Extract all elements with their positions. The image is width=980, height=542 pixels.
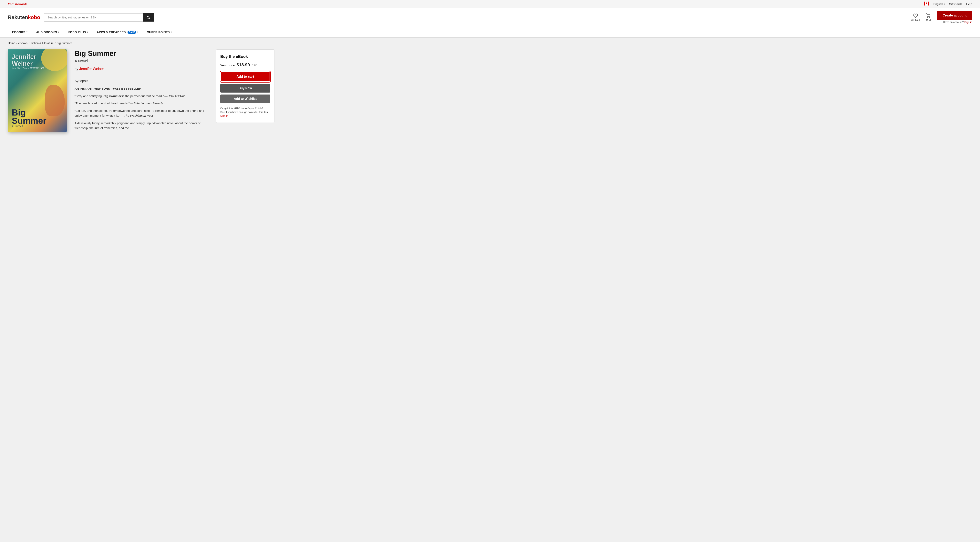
breadcrumb-sep-1: / bbox=[16, 41, 17, 45]
buy-now-button[interactable]: Buy Now bbox=[220, 84, 270, 92]
buy-panel-title: Buy the eBook bbox=[220, 54, 270, 59]
nav-item-audiobooks[interactable]: AUDIOBOOKS ▾ bbox=[32, 27, 64, 37]
search-bar bbox=[44, 13, 154, 22]
logo-rakuten: Rakuten bbox=[8, 14, 28, 20]
sale-badge: SALE bbox=[127, 30, 136, 34]
synopsis-p1: AN INSTANT NEW YORK TIMES BESTSELLER bbox=[75, 86, 208, 91]
svg-rect-1 bbox=[924, 2, 925, 5]
ebooks-chevron-icon: ▾ bbox=[26, 31, 27, 33]
nav-label-koboplus: KOBO PLUS bbox=[68, 30, 86, 34]
nav-label-ebooks: eBOOKS bbox=[12, 30, 25, 34]
breadcrumb-current: Big Summer bbox=[57, 41, 72, 45]
logo-kobo: kobo bbox=[28, 14, 40, 20]
nav-item-apps[interactable]: APPS & eREADERS SALE ▾ bbox=[92, 27, 143, 37]
language-selector[interactable]: English ▾ bbox=[933, 2, 945, 6]
nav-item-ebooks[interactable]: eBOOKS ▾ bbox=[8, 27, 32, 37]
cover-title: BigSummer bbox=[12, 108, 63, 125]
synopsis-text: AN INSTANT NEW YORK TIMES BESTSELLER “Se… bbox=[75, 86, 208, 130]
search-button[interactable] bbox=[143, 13, 154, 22]
cart-button[interactable]: Cart bbox=[926, 13, 931, 22]
synopsis-p2: “Sexy and satisfying, Big Summer is the … bbox=[75, 94, 208, 99]
super-points-text: Or, get it for 6400 Kobo Super Points! S… bbox=[220, 106, 270, 118]
super-points-line2-text: See if you have enough points for this i… bbox=[220, 111, 269, 114]
breadcrumb: Home / eBooks / Fiction & Literature / B… bbox=[8, 41, 972, 45]
nav-label-audiobooks: AUDIOBOOKS bbox=[36, 30, 57, 34]
language-chevron-icon: ▾ bbox=[944, 3, 945, 5]
divider bbox=[75, 76, 208, 76]
search-icon bbox=[146, 15, 151, 20]
breadcrumb-sep-2: / bbox=[29, 41, 29, 45]
price-currency: CAD bbox=[252, 64, 257, 67]
buy-panel: Buy the eBook Your price $13.99 CAD Add … bbox=[216, 49, 275, 123]
super-points-line2: See if you have enough points for this i… bbox=[220, 110, 270, 118]
top-bar: Earn Rewards English ▾ Gift Cards Help bbox=[0, 0, 980, 8]
nav-item-superpoints[interactable]: SUPER POINTS ▾ bbox=[143, 27, 177, 37]
create-account-wrap: Create account Have an account? Sign in bbox=[937, 11, 972, 24]
flag-icon bbox=[924, 2, 929, 6]
gift-cards-link[interactable]: Gift Cards bbox=[949, 2, 963, 6]
author-link[interactable]: Jennifer Weiner bbox=[79, 67, 104, 71]
help-link[interactable]: Help bbox=[966, 2, 972, 6]
nav-item-koboplus[interactable]: KOBO PLUS ▾ bbox=[64, 27, 92, 37]
super-points-signin-link[interactable]: Sign in bbox=[220, 114, 228, 117]
header-right: Wishlist Cart Create account Have an acc… bbox=[911, 11, 972, 24]
sign-in-area: Have an account? Sign in bbox=[943, 21, 972, 24]
breadcrumb-ebooks[interactable]: eBooks bbox=[18, 41, 27, 45]
book-author: by Jennifer Weiner bbox=[75, 67, 208, 71]
create-account-button[interactable]: Create account bbox=[937, 11, 972, 20]
cover-author-name: JenniferWeiner bbox=[12, 53, 63, 67]
book-info: Big Summer A Novel by Jennifer Weiner Sy… bbox=[75, 49, 208, 133]
breadcrumb-fiction[interactable]: Fiction & Literature bbox=[30, 41, 54, 45]
price-row: Your price $13.99 CAD bbox=[220, 62, 270, 67]
author-prefix: by bbox=[75, 67, 78, 71]
cart-icon bbox=[926, 13, 931, 18]
superpoints-chevron-icon: ▾ bbox=[171, 31, 172, 33]
svg-rect-2 bbox=[928, 2, 929, 5]
top-bar-right: English ▾ Gift Cards Help bbox=[924, 2, 972, 6]
product-layout: JenniferWeiner New York Times BESTSELLER… bbox=[8, 49, 972, 133]
have-account-text: Have an account? bbox=[943, 21, 964, 24]
super-points-line1: Or, get it for 6400 Kobo Super Points! bbox=[220, 106, 270, 110]
synopsis-p5: A deliciously funny, remarkably poignant… bbox=[75, 121, 208, 130]
apps-chevron-icon: ▾ bbox=[137, 31, 138, 33]
logo[interactable]: Rakutenkobo bbox=[8, 14, 40, 21]
koboplus-chevron-icon: ▾ bbox=[87, 31, 88, 33]
book-cover-image: JenniferWeiner New York Times BESTSELLER… bbox=[8, 49, 67, 132]
nav-label-apps: APPS & eREADERS bbox=[97, 30, 126, 34]
header: Rakutenkobo Wishlist Cart Create accoun bbox=[0, 8, 980, 27]
synopsis-p3: “The beach read to end all beach reads.”… bbox=[75, 101, 208, 106]
price-value: $13.99 bbox=[237, 62, 250, 67]
main-nav: eBOOKS ▾ AUDIOBOOKS ▾ KOBO PLUS ▾ APPS &… bbox=[0, 27, 980, 38]
book-cover: JenniferWeiner New York Times BESTSELLER… bbox=[8, 49, 67, 132]
breadcrumb-sep-3: / bbox=[55, 41, 56, 45]
synopsis-label: Synopsis bbox=[75, 79, 208, 83]
content-area: Home / eBooks / Fiction & Literature / B… bbox=[0, 38, 980, 155]
svg-point-5 bbox=[929, 17, 930, 18]
search-input[interactable] bbox=[44, 13, 143, 22]
language-label: English bbox=[933, 2, 943, 6]
cover-bestseller-text: New York Times BESTSELLER bbox=[12, 67, 63, 70]
price-label: Your price bbox=[220, 64, 235, 67]
book-subtitle: A Novel bbox=[75, 59, 208, 64]
add-to-cart-button[interactable]: Add to cart bbox=[220, 72, 270, 82]
earn-rewards-link[interactable]: Earn Rewards bbox=[8, 2, 27, 6]
wishlist-button[interactable]: Wishlist bbox=[911, 13, 920, 22]
audiobooks-chevron-icon: ▾ bbox=[58, 31, 59, 33]
nav-label-superpoints: SUPER POINTS bbox=[147, 30, 170, 34]
heart-icon bbox=[913, 13, 918, 18]
cart-label: Cart bbox=[926, 19, 931, 22]
sign-in-link[interactable]: Sign in bbox=[964, 21, 972, 24]
breadcrumb-home[interactable]: Home bbox=[8, 41, 15, 45]
wishlist-label: Wishlist bbox=[911, 19, 920, 22]
book-title: Big Summer bbox=[75, 49, 208, 58]
synopsis-p4: “Big fun, and then some. It’s empowering… bbox=[75, 108, 208, 118]
svg-point-4 bbox=[928, 17, 928, 18]
add-to-wishlist-button[interactable]: Add to Wishlist bbox=[220, 94, 270, 103]
